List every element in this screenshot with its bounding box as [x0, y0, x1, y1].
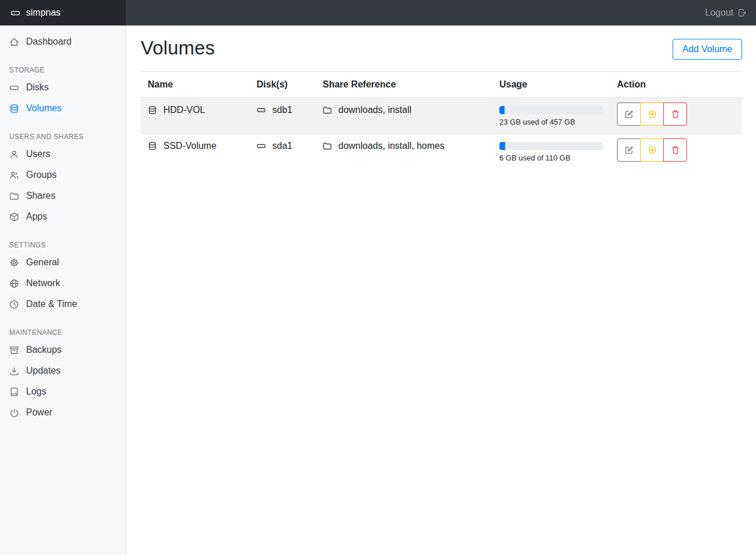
folder-icon: [323, 105, 332, 115]
unmount-volume-button[interactable]: [640, 138, 664, 162]
sidebar-item-label: Updates: [26, 366, 61, 376]
sidebar: Dashboard STORAGE Disks Volumes USERS AN…: [0, 25, 126, 555]
volume-name: SSD-Volume: [163, 141, 217, 151]
add-volume-button[interactable]: Add Volume: [673, 39, 742, 60]
clock-icon: [9, 300, 19, 309]
hdd-icon: [10, 8, 20, 18]
download-icon: [9, 366, 19, 376]
sidebar-item-date-time[interactable]: Date & Time: [0, 294, 125, 315]
sidebar-item-dashboard[interactable]: Dashboard: [0, 31, 125, 52]
archive-icon: [9, 345, 19, 355]
globe-icon: [9, 279, 19, 289]
usage-progress-bar: [499, 142, 602, 150]
database-icon: [9, 104, 19, 114]
edit-volume-button[interactable]: [617, 103, 641, 126]
stop-circle-icon: [648, 109, 657, 119]
top-nav: Logout: [126, 0, 756, 25]
logout-link[interactable]: Logout: [705, 8, 747, 18]
power-icon: [9, 408, 19, 418]
top-bar: simpnas Logout: [0, 0, 756, 25]
sidebar-item-label: Network: [26, 278, 60, 289]
edit-volume-button[interactable]: [617, 138, 641, 162]
box-icon: [9, 212, 19, 222]
logout-label: Logout: [705, 8, 733, 18]
sidebar-section-storage: STORAGE: [0, 52, 125, 77]
sidebar-item-label: Logs: [26, 386, 46, 397]
gear-icon: [9, 258, 19, 268]
sidebar-item-power[interactable]: Power: [0, 402, 125, 423]
sidebar-item-label: Shares: [26, 191, 56, 201]
usage-progress-fill: [499, 142, 505, 150]
volumes-table: Name Disk(s) Share Reference Usage Actio…: [141, 71, 742, 169]
sidebar-item-users[interactable]: Users: [0, 144, 125, 165]
folder-icon: [323, 141, 332, 151]
sidebar-item-label: Date & Time: [26, 299, 77, 309]
table-header-row: Name Disk(s) Share Reference Usage Actio…: [141, 72, 742, 98]
app-brand[interactable]: simpnas: [0, 0, 126, 25]
sidebar-item-backups[interactable]: Backups: [0, 339, 125, 360]
sidebar-item-label: Volumes: [26, 103, 61, 114]
trash-icon: [671, 145, 680, 155]
database-icon: [148, 105, 157, 115]
delete-volume-button[interactable]: [663, 103, 687, 126]
pencil-square-icon: [624, 145, 634, 155]
sidebar-item-network[interactable]: Network: [0, 273, 125, 294]
sidebar-section-users-and-shares: USERS AND SHARES: [0, 119, 125, 144]
sidebar-section-maintenance: MAINTENANCE: [0, 315, 125, 339]
sidebar-item-general[interactable]: General: [0, 252, 125, 273]
stop-circle-icon: [648, 145, 657, 155]
sidebar-section-settings: SETTINGS: [0, 227, 125, 252]
column-header-disks: Disk(s): [250, 72, 316, 98]
pencil-square-icon: [624, 109, 634, 119]
sidebar-item-label: Users: [26, 149, 50, 159]
sidebar-item-groups[interactable]: Groups: [0, 165, 125, 185]
trash-icon: [671, 109, 680, 119]
column-header-usage: Usage: [492, 72, 610, 98]
app-title: simpnas: [26, 8, 61, 18]
column-header-name: Name: [141, 72, 250, 98]
sidebar-item-label: Power: [26, 407, 52, 418]
person-icon: [9, 149, 19, 159]
sidebar-item-volumes[interactable]: Volumes: [0, 98, 125, 119]
sidebar-item-disks[interactable]: Disks: [0, 77, 125, 98]
page-title: Volumes: [141, 37, 215, 59]
house-icon: [9, 37, 19, 47]
column-header-action: Action: [610, 72, 742, 98]
unmount-volume-button[interactable]: [640, 103, 664, 126]
sidebar-item-updates[interactable]: Updates: [0, 360, 125, 381]
hdd-icon: [257, 141, 266, 151]
sidebar-item-label: General: [26, 257, 59, 268]
folder-icon: [9, 191, 19, 201]
volume-share-reference: downloads, install, homes: [338, 141, 444, 151]
volume-disk: sdb1: [272, 105, 293, 115]
delete-volume-button[interactable]: [663, 138, 687, 162]
database-icon: [148, 141, 157, 151]
hdd-icon: [9, 83, 19, 93]
column-header-share-reference: Share Reference: [316, 72, 492, 98]
table-row: HDD-VOL sdb1 downloads, install: [141, 98, 742, 134]
sidebar-item-logs[interactable]: Logs: [0, 381, 125, 402]
sidebar-item-label: Dashboard: [26, 36, 71, 47]
volume-share-reference: downloads, install: [338, 105, 411, 115]
sidebar-item-label: Backups: [26, 345, 61, 355]
sidebar-item-label: Disks: [26, 82, 49, 93]
main-content: Volumes Add Volume Name Disk(s) Share Re…: [126, 25, 756, 555]
usage-progress-fill: [499, 106, 505, 114]
people-icon: [9, 170, 19, 180]
volume-actions: [617, 103, 687, 126]
hdd-icon: [257, 105, 266, 115]
sidebar-item-shares[interactable]: Shares: [0, 185, 125, 206]
sidebar-item-label: Groups: [26, 170, 56, 180]
usage-text: 23 GB used of 457 GB: [499, 118, 603, 126]
volume-actions: [617, 138, 687, 162]
usage-text: 6 GB used of 110 GB: [499, 154, 603, 162]
sidebar-item-label: Apps: [26, 211, 47, 222]
sidebar-item-apps[interactable]: Apps: [0, 206, 125, 227]
box-arrow-right-icon: [737, 8, 747, 17]
journal-icon: [9, 387, 19, 397]
volume-disk: sda1: [272, 141, 293, 151]
table-row: SSD-Volume sda1 downloads, install, home…: [141, 134, 742, 170]
usage-progress-bar: [499, 106, 602, 114]
volume-name: HDD-VOL: [163, 105, 205, 115]
